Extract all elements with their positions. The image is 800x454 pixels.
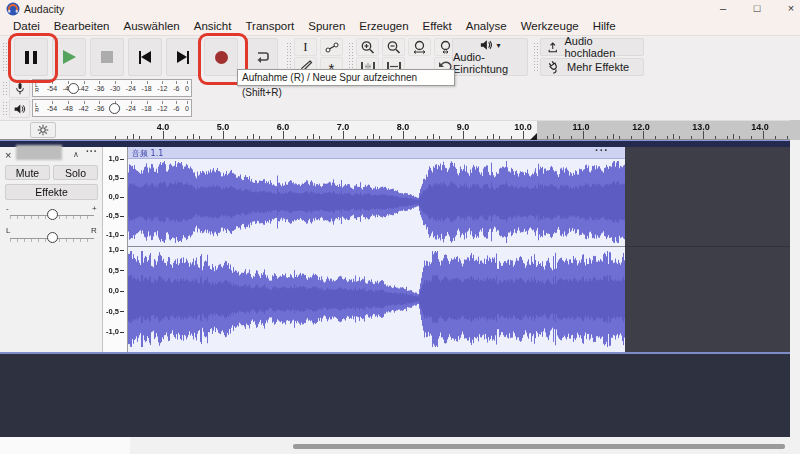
record-gain-slider[interactable] bbox=[68, 83, 79, 94]
maximize-button[interactable]: □ bbox=[742, 0, 772, 17]
scale-label: -1,0 bbox=[103, 231, 124, 239]
track-menu-icon[interactable]: ··· bbox=[86, 146, 98, 157]
pan-slider-knob[interactable] bbox=[47, 232, 58, 243]
title-bar: Audacity – □ × bbox=[0, 0, 800, 18]
meter-scale-label: 0 bbox=[185, 83, 189, 95]
waveform-canvas[interactable] bbox=[128, 159, 625, 351]
skip-start-icon bbox=[139, 51, 152, 64]
scale-label: -0,5 bbox=[103, 308, 124, 316]
gain-slider-knob[interactable] bbox=[47, 209, 58, 220]
horizontal-scrollbar-thumb[interactable] bbox=[293, 444, 785, 449]
ruler-corner bbox=[790, 120, 800, 140]
timeline-label: 8.0 bbox=[397, 122, 410, 132]
meter-scale-label: -42 bbox=[79, 103, 89, 115]
vertical-scale-ruler[interactable]: 1,00,50,0-0,5-1,0 1,00,50,0-0,5-1,0 bbox=[103, 147, 128, 352]
zoom-fit-icon bbox=[438, 40, 453, 55]
scale-label: 0,5 bbox=[103, 267, 124, 275]
menu-item[interactable]: Werkzeuge bbox=[514, 18, 586, 35]
loop-icon bbox=[253, 49, 271, 65]
menu-item[interactable]: Transport bbox=[238, 18, 301, 35]
scale-label: 0,5 bbox=[103, 174, 124, 182]
zoom-out-icon bbox=[386, 40, 401, 55]
solo-button[interactable]: Solo bbox=[53, 165, 98, 180]
meter-scale-label: -24 bbox=[126, 103, 136, 115]
timeline-label: 10.0 bbox=[514, 122, 532, 132]
track-name-redacted[interactable] bbox=[16, 145, 62, 160]
timeline-label: 6.0 bbox=[277, 122, 290, 132]
mute-button[interactable]: Mute bbox=[5, 165, 50, 180]
meter-scale-label: 0 bbox=[185, 103, 189, 115]
upload-icon bbox=[547, 41, 559, 54]
record-meter-grip[interactable] bbox=[2, 81, 7, 97]
clip-menu-icon[interactable]: ··· bbox=[595, 144, 609, 156]
close-button[interactable]: × bbox=[776, 0, 800, 17]
more-effects-button[interactable]: Mehr Effekte bbox=[540, 58, 644, 76]
timeline-label: 12.0 bbox=[632, 122, 650, 132]
meter-scale-label: -36 bbox=[94, 103, 104, 115]
zoom-selection-button[interactable] bbox=[408, 38, 431, 56]
skip-to-start-button[interactable] bbox=[128, 38, 162, 76]
meter-scale-label: -6 bbox=[173, 103, 179, 115]
vertical-scrollbar[interactable] bbox=[790, 140, 800, 437]
clip-header[interactable]: 音频 1.1 ··· bbox=[128, 147, 625, 159]
audio-setup-button[interactable]: ▾ Audio-Einrichtung bbox=[452, 38, 528, 76]
playback-gain-slider[interactable] bbox=[109, 103, 120, 114]
meter-scale-label: -18 bbox=[142, 103, 152, 115]
tracks-background[interactable] bbox=[0, 354, 790, 437]
zoom-in-button[interactable] bbox=[356, 38, 379, 56]
track-collapse-icon[interactable]: ∧ bbox=[73, 150, 79, 159]
menu-item[interactable]: Spuren bbox=[301, 18, 352, 35]
audacity-window: Audacity – □ × DateiBearbeitenAuswählenA… bbox=[0, 0, 800, 454]
meter-scale-label: -30 bbox=[110, 83, 120, 95]
menu-item[interactable]: Hilfe bbox=[586, 18, 623, 35]
menu-item[interactable]: Bearbeiten bbox=[47, 18, 117, 35]
ibeam-icon: I bbox=[303, 39, 307, 55]
playback-meter-grip[interactable] bbox=[2, 101, 7, 117]
scale-label: 0,0 bbox=[103, 287, 124, 295]
lower-channel-scale: 1,00,50,0-0,5-1,0 bbox=[103, 246, 124, 336]
menu-item[interactable]: Analyse bbox=[459, 18, 514, 35]
skip-to-end-button[interactable] bbox=[166, 38, 200, 76]
stop-button[interactable] bbox=[90, 38, 124, 76]
envelope-icon bbox=[324, 40, 340, 54]
zoom-out-button[interactable] bbox=[382, 38, 405, 56]
audio-upload-button[interactable]: Audio hochladen bbox=[540, 38, 644, 56]
selection-tool-button[interactable]: I bbox=[294, 38, 317, 56]
meter-scale-label: -18 bbox=[142, 83, 152, 95]
timeline-label: 14.0 bbox=[751, 122, 769, 132]
menu-item[interactable]: Erzeugen bbox=[352, 18, 415, 35]
timeline-ruler[interactable]: 4.05.06.07.08.09.010.011.012.013.014.0 bbox=[0, 120, 790, 140]
menu-item[interactable]: Auswählen bbox=[116, 18, 186, 35]
upper-channel-scale: 1,00,50,0-0,5-1,0 bbox=[103, 155, 124, 239]
envelope-tool-button[interactable] bbox=[320, 38, 343, 56]
gear-icon bbox=[37, 124, 49, 136]
effects-button[interactable]: Effekte bbox=[5, 184, 98, 200]
scale-label: 1,0 bbox=[103, 246, 124, 254]
minimize-button[interactable]: – bbox=[708, 0, 738, 17]
toolbar-grip[interactable] bbox=[2, 42, 7, 72]
track-empty-region[interactable] bbox=[625, 147, 790, 352]
audio-clip[interactable]: 音频 1.1 ··· bbox=[128, 147, 625, 352]
skip-end-icon bbox=[177, 51, 190, 64]
playback-meter[interactable]: L R -54-48-42-36-30-24-18-12-60 bbox=[32, 99, 192, 117]
edit-toolbar-grip[interactable] bbox=[348, 42, 353, 72]
window-title: Audacity bbox=[24, 3, 64, 15]
track-control-panel: × ∧ ··· Mute Solo Effekte - + L R bbox=[0, 147, 103, 352]
track-close-icon[interactable]: × bbox=[5, 149, 11, 161]
share-toolbar-grip[interactable] bbox=[533, 42, 538, 72]
meter-channel-right: R bbox=[35, 107, 39, 113]
dropdown-arrow-icon: ▾ bbox=[496, 41, 500, 50]
playback-meter-speaker-button[interactable] bbox=[9, 99, 30, 118]
plug-icon bbox=[544, 57, 563, 76]
audio-upload-label: Audio hochladen bbox=[565, 35, 638, 59]
timeline-label: 5.0 bbox=[217, 122, 230, 132]
menu-item[interactable]: Effekt bbox=[416, 18, 459, 35]
microphone-icon bbox=[14, 82, 26, 96]
tools-toolbar-grip[interactable] bbox=[286, 42, 291, 72]
pan-left-label: L bbox=[6, 226, 10, 235]
timeline-options-button[interactable] bbox=[30, 122, 56, 138]
play-icon bbox=[63, 50, 76, 64]
playhead-marker[interactable] bbox=[530, 133, 537, 140]
meter-channel-right: R bbox=[35, 87, 39, 93]
record-meter[interactable]: L R -54-48-42-36-30-24-18-12-60 bbox=[32, 79, 192, 97]
